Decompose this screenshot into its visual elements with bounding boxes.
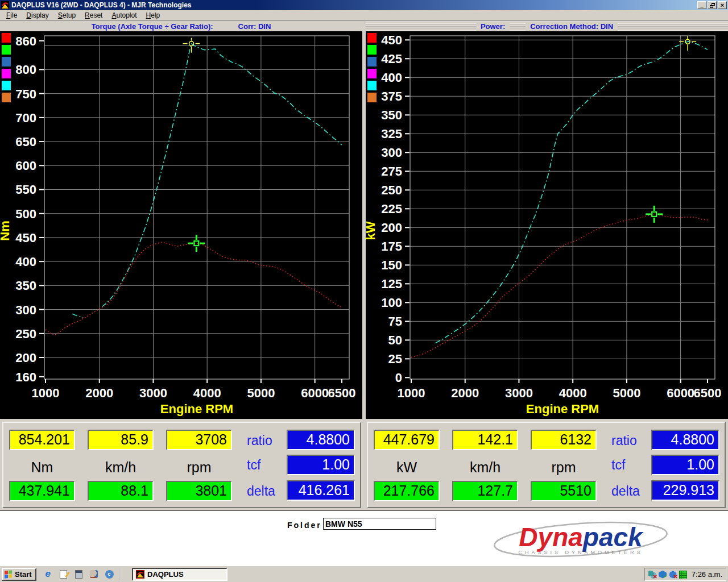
restore-button[interactable]	[708, 1, 717, 9]
internet-explorer-icon[interactable]: e	[43, 569, 53, 579]
windows-logo-icon	[5, 570, 13, 578]
legend-swatch[interactable]	[2, 57, 11, 66]
app-ball-icon[interactable]: c	[105, 569, 114, 579]
sync-ok-icon[interactable]: ✓	[659, 571, 667, 579]
torque-chart: 1602002503003504004505005506006507007508…	[0, 31, 362, 419]
svg-text:250: 250	[381, 183, 402, 197]
svg-text:325: 325	[381, 127, 402, 141]
legend-swatch[interactable]	[367, 45, 377, 55]
chart-headers: Torque (Axle Torque ÷ Gear Ratio): Corr:…	[0, 21, 728, 31]
taskbar: Start e c DAQPLUS ✕ ✓ ✕ 7:26 a.m.	[0, 566, 728, 582]
start-label: Start	[15, 570, 32, 579]
svg-text:0: 0	[395, 371, 402, 385]
task-label: DAQPLUS	[147, 570, 184, 579]
legend-swatch[interactable]	[2, 93, 11, 102]
svg-text:Engine RPM: Engine RPM	[160, 402, 233, 416]
svg-text:4000: 4000	[559, 386, 587, 400]
legend-swatch[interactable]	[367, 33, 377, 43]
svg-text:2000: 2000	[451, 386, 479, 400]
window-title: DAQPLUS V16 (2WD - DAQPLUS 4) - MJR Tech…	[11, 1, 697, 9]
start-button[interactable]: Start	[2, 568, 36, 581]
svg-text:450: 450	[381, 33, 402, 47]
svg-text:450: 450	[15, 231, 36, 245]
svg-text:600: 600	[15, 159, 36, 173]
svg-text:550: 550	[15, 182, 36, 197]
quick-launch: e c	[43, 569, 114, 579]
legend-swatch[interactable]	[2, 45, 11, 55]
svg-text:860: 860	[15, 34, 36, 48]
svg-text:100: 100	[381, 296, 402, 310]
menu-setup[interactable]: Setup	[54, 11, 80, 20]
legend-swatch[interactable]	[367, 69, 377, 78]
svg-text:125: 125	[381, 277, 402, 291]
power-legend-swatches[interactable]	[367, 33, 377, 102]
svg-text:50: 50	[388, 333, 402, 347]
menu-reset[interactable]: Reset	[81, 11, 106, 20]
menu-bar: File Display Setup Reset Autoplot Help	[0, 10, 728, 21]
svg-text:Nm: Nm	[0, 221, 12, 240]
legend-swatch[interactable]	[367, 93, 377, 102]
speed-unit-label: km/h	[88, 459, 154, 476]
close-button[interactable]: ×	[718, 1, 727, 9]
menu-file[interactable]: File	[2, 11, 21, 20]
svg-text:400: 400	[15, 255, 36, 269]
power-readout-panel: 447.679 142.1 6132 kW km/h rpm 217.766 1…	[367, 422, 726, 508]
legend-swatch[interactable]	[367, 57, 377, 66]
torque-legend-swatches[interactable]	[2, 33, 11, 102]
folder-input[interactable]	[323, 518, 436, 530]
speed-current-value: 127.7	[452, 481, 518, 501]
svg-text:25: 25	[388, 352, 402, 366]
calculator-icon[interactable]	[74, 569, 84, 579]
menu-autoplot[interactable]: Autoplot	[107, 11, 140, 20]
ratio-label: ratio	[611, 433, 637, 448]
legend-swatch[interactable]	[2, 33, 11, 43]
rpm-peak-value: 6132	[531, 430, 597, 450]
svg-text:350: 350	[15, 278, 36, 293]
svg-text:275: 275	[381, 164, 402, 178]
rpm-unit-label: rpm	[531, 459, 597, 476]
speed-peak-value: 85.9	[88, 430, 154, 450]
menu-display[interactable]: Display	[22, 11, 52, 20]
svg-text:4000: 4000	[193, 386, 221, 400]
charts: 1602002503003504004505005506006507007508…	[0, 31, 728, 419]
power-plot[interactable]: 0255075100125150175200225250275300325350…	[366, 31, 728, 419]
svg-text:5000: 5000	[613, 386, 640, 400]
legend-swatch[interactable]	[2, 81, 11, 90]
speed-current-value: 88.1	[88, 481, 154, 501]
tcf-value: 1.00	[651, 455, 719, 475]
legend-swatch[interactable]	[367, 81, 377, 90]
svg-text:200: 200	[381, 221, 402, 235]
torque-peak-value: 854.201	[9, 430, 75, 450]
svg-text:5000: 5000	[247, 386, 275, 400]
notepad-icon[interactable]	[59, 569, 68, 579]
power-peak-value: 447.679	[374, 430, 440, 450]
devices-error-icon[interactable]: ✕	[648, 571, 656, 579]
paint-icon[interactable]	[89, 569, 99, 579]
folder-label: Folder	[287, 521, 322, 530]
svg-text:150: 150	[381, 258, 402, 272]
taskbar-task-daqplus[interactable]: DAQPLUS	[132, 568, 228, 581]
ratio-value: 4.8800	[651, 430, 719, 450]
legend-swatch[interactable]	[2, 69, 11, 78]
speed-unit-label: km/h	[452, 459, 518, 476]
minimize-button[interactable]: _	[697, 1, 706, 9]
power-header: Power: Correction Method: DIN	[366, 21, 728, 31]
svg-text:Engine RPM: Engine RPM	[526, 402, 599, 416]
system-tray: ✕ ✓ ✕ 7:26 a.m.	[644, 568, 726, 581]
tcf-label: tcf	[611, 458, 625, 473]
menu-help[interactable]: Help	[142, 11, 164, 20]
svg-text:425: 425	[381, 52, 402, 66]
power-chart: 0255075100125150175200225250275300325350…	[366, 31, 728, 419]
delta-value: 229.913	[651, 480, 719, 501]
network-activity-icon[interactable]	[679, 571, 687, 579]
delta-label: delta	[247, 484, 275, 499]
ratio-label: ratio	[247, 433, 272, 448]
torque-title: Torque (Axle Torque ÷ Gear Ratio):	[87, 22, 218, 31]
torque-readout-panel: 854.201 85.9 3708 Nm km/h rpm 437.941 88…	[2, 422, 361, 508]
svg-text:1000: 1000	[32, 386, 60, 400]
torque-plot[interactable]: 1602002503003504004505005506006507007508…	[0, 31, 362, 419]
bottom-bar: Folder Dynapack CHASSIS DYNAMOMETERS	[0, 510, 728, 566]
update-error-icon[interactable]: ✕	[669, 571, 677, 579]
torque-header: Torque (Axle Torque ÷ Gear Ratio): Corr:…	[0, 21, 362, 31]
ratio-value: 4.8800	[287, 430, 355, 450]
